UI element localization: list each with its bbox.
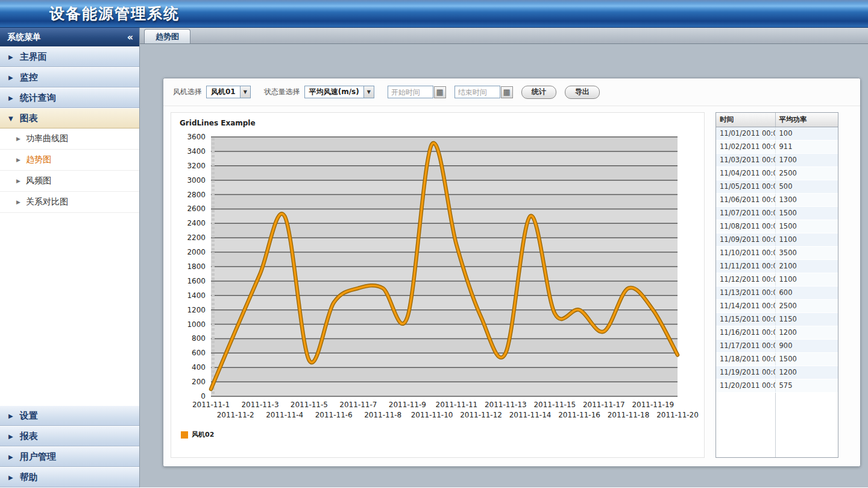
sidebar-item-stats-query[interactable]: ▶ 统计查询 [0,87,139,108]
end-time-input[interactable] [454,86,500,98]
sidebar-item-main[interactable]: ▶ 主界面 [0,46,139,67]
svg-text:3400: 3400 [187,147,206,156]
cell-power: 1500 [775,352,838,366]
chart-toolbar: 风机选择 风机01 ▼ 状态量选择 平均风速(m/s) ▼ ▦ ▦ 统计 [163,78,860,106]
stat-button[interactable]: 统计 [521,86,556,99]
cell-power: 1100 [775,273,838,286]
table-row[interactable]: 11/16/2011 00:001200 [716,326,838,339]
svg-text:1400: 1400 [187,291,206,300]
cell-power: 911 [775,140,838,153]
sidebar: 系统菜单 « ▶ 主界面 ▶ 监控 ▶ 统计查询 ▼ 图表 ▶ 功率曲线图 ▶ … [0,28,140,487]
table-row[interactable]: 11/02/2011 00:00911 [716,140,838,153]
table-row[interactable]: 11/08/2011 00:001500 [716,220,838,233]
svg-text:3600: 3600 [187,133,206,141]
table-row[interactable]: 11/12/2011 00:001100 [716,273,838,286]
table-row[interactable]: 11/11/2011 00:002100 [716,259,838,273]
status-select-combo[interactable]: 平均风速(m/s) ▼ [304,86,374,98]
table-row[interactable]: 11/06/2011 00:001300 [716,193,838,206]
sidebar-item-label: 帮助 [20,472,38,483]
arrow-right-icon: ▶ [8,433,13,440]
table-row[interactable]: 11/07/2011 00:001500 [716,206,838,220]
chart-title: GridLines Example [180,119,702,127]
table-row[interactable]: 11/05/2011 00:00500 [716,180,838,193]
table-row[interactable]: 11/18/2011 00:001500 [716,352,838,366]
table-row[interactable]: 11/03/2011 00:001700 [716,153,838,166]
sidebar-subitem-power-curve[interactable]: ▶ 功率曲线图 [0,128,139,150]
svg-text:1600: 1600 [187,277,206,285]
column-header-time[interactable]: 时间 [716,113,775,127]
sidebar-item-user-management[interactable]: ▶ 用户管理 [0,446,139,467]
arrow-right-icon: ▶ [8,54,13,60]
trend-panel: 风机选择 风机01 ▼ 状态量选择 平均风速(m/s) ▼ ▦ ▦ 统计 [163,78,861,467]
sidebar-item-charts[interactable]: ▼ 图表 [0,108,139,128]
fan-select-combo[interactable]: 风机01 ▼ [206,86,251,98]
chevron-down-icon[interactable]: ▼ [363,86,374,98]
sidebar-subitem-trend[interactable]: ▶ 趋势图 [0,150,139,171]
status-select-value: 平均风速(m/s) [305,86,363,98]
table-row[interactable]: 11/09/2011 00:001100 [716,233,838,246]
export-button[interactable]: 导出 [565,86,600,99]
calendar-icon[interactable]: ▦ [434,86,446,98]
cell-time: 11/20/2011 00:00 [716,379,775,392]
svg-text:2011-11-11: 2011-11-11 [436,401,478,409]
arrow-right-icon: ▶ [8,95,13,101]
svg-text:1800: 1800 [187,262,206,271]
sidebar-item-monitor[interactable]: ▶ 监控 [0,67,139,87]
chart-legend: 风机02 [181,430,702,439]
calendar-icon[interactable]: ▦ [501,86,513,98]
table-row[interactable]: 11/04/2011 00:002500 [716,166,838,180]
table-row[interactable]: 11/14/2011 00:002500 [716,299,838,312]
svg-text:2011-11-19: 2011-11-19 [632,401,674,409]
sidebar-subitem-relation-compare[interactable]: ▶ 关系对比图 [0,192,139,213]
svg-text:2011-11-17: 2011-11-17 [583,401,625,409]
arrow-right-icon: ▶ [8,474,13,481]
table-row[interactable]: 11/20/2011 00:00575 [716,379,838,392]
app-title: 设备能源管理系统 [49,4,180,24]
cell-power: 3500 [775,246,838,259]
sidebar-subitem-label: 关系对比图 [26,197,68,208]
table-row[interactable]: 11/13/2011 00:00600 [716,286,838,299]
sidebar-item-label: 报表 [20,431,38,442]
cell-time: 11/14/2011 00:00 [716,299,775,312]
table-row[interactable]: 11/17/2011 00:00900 [716,339,838,352]
sidebar-item-settings[interactable]: ▶ 设置 [0,405,139,426]
cell-power: 1700 [775,153,838,166]
cell-power: 2500 [775,299,838,312]
sidebar-collapse-icon[interactable]: « [127,33,133,42]
svg-text:2011-11-2: 2011-11-2 [217,411,254,419]
cell-power: 2100 [775,259,838,273]
column-header-power[interactable]: 平均功率 [775,113,838,127]
chart-card: GridLines Example 0200400600800100012001… [171,112,705,458]
cell-time: 11/13/2011 00:00 [716,286,775,299]
chevron-down-icon[interactable]: ▼ [240,86,250,98]
sidebar-subitem-wind-frequency[interactable]: ▶ 风频图 [0,171,139,192]
table-row[interactable]: 11/10/2011 00:003500 [716,246,838,259]
svg-text:2011-11-13: 2011-11-13 [485,401,527,409]
svg-text:2011-11-3: 2011-11-3 [241,401,278,409]
cell-time: 11/17/2011 00:00 [716,339,775,352]
start-time-input[interactable] [388,86,433,98]
cell-power: 600 [775,286,838,299]
svg-text:2011-11-1: 2011-11-1 [192,401,230,409]
svg-text:600: 600 [192,349,206,357]
table-row[interactable]: 11/01/2011 00:00100 [716,127,838,140]
data-table-body: 11/01/2011 00:0010011/02/2011 00:0091111… [716,127,838,392]
sidebar-item-help[interactable]: ▶ 帮助 [0,467,139,487]
cell-power: 1200 [775,366,838,379]
svg-text:2011-11-4: 2011-11-4 [266,411,303,419]
cell-time: 11/10/2011 00:00 [716,246,775,259]
svg-text:2011-11-5: 2011-11-5 [291,401,328,409]
sidebar-item-label: 监控 [20,72,38,83]
tab-trend-chart[interactable]: 趋势图 [144,29,190,43]
legend-label: 风机02 [192,430,214,439]
sidebar-item-label: 设置 [20,410,38,422]
arrow-right-icon: ▶ [16,136,20,142]
sidebar-item-label: 用户管理 [20,451,56,463]
cell-time: 11/16/2011 00:00 [716,326,775,339]
table-row[interactable]: 11/19/2011 00:001200 [716,366,838,379]
svg-text:2011-11-14: 2011-11-14 [509,411,552,419]
table-row[interactable]: 11/15/2011 00:001150 [716,312,838,326]
sidebar-item-reports[interactable]: ▶ 报表 [0,426,139,446]
sidebar-item-label: 统计查询 [20,92,56,104]
cell-power: 1500 [775,206,838,220]
